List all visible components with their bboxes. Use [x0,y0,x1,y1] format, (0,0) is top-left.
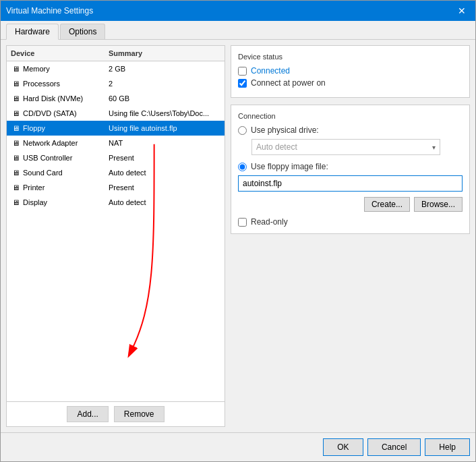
table-row[interactable]: 🖥Hard Disk (NVMe)60 GB [7,91,225,106]
title-bar-title: Virtual Machine Settings [6,6,93,16]
device-name: Processors [23,80,60,88]
summary-cell: 2 GB [105,63,225,74]
table-row[interactable]: 🖥PrinterPresent [7,180,225,195]
dropdown-arrow-icon: ▾ [432,144,436,151]
ok-button[interactable]: OK [323,438,363,456]
floppy-image-row: Use floppy image file: [238,162,463,171]
table-header: Device Summary [7,46,225,61]
device-cell: 🖥USB Controller [7,152,105,164]
read-only-checkbox[interactable] [238,218,247,227]
device-cell: 🖥Memory [7,63,105,75]
header-summary: Summary [105,48,225,59]
summary-cell: 2 [105,78,225,89]
table-bottom-buttons: Add... Remove [7,401,225,426]
device-name: Hard Disk (NVMe) [23,94,83,103]
device-name: Memory [23,65,50,73]
read-only-row: Read-only [238,217,463,227]
floppy-image-label: Use floppy image file: [251,162,328,171]
cdrom-icon: 🖥 [11,109,20,118]
device-cell: 🖥CD/DVD (SATA) [7,107,105,119]
device-cell: 🖥Hard Disk (NVMe) [7,92,105,105]
tab-hardware[interactable]: Hardware [6,24,59,40]
read-only-label: Read-only [251,217,288,227]
printer-icon: 🖥 [11,183,20,192]
device-cell: 🖥Floppy [7,122,105,134]
physical-drive-row: Use physical drive: [238,125,463,135]
device-name: Display [23,198,47,206]
summary-cell: 60 GB [105,93,225,104]
device-list-panel: Device Summary 🖥Memory2 GB🖥Processors2🖥H… [6,45,225,427]
device-name: Floppy [23,124,45,132]
device-cell: 🖥Display [7,196,105,208]
device-cell: 🖥Network Adapter [7,137,105,149]
connected-row: Connected [238,66,463,76]
floppy-image-radio[interactable] [238,163,247,171]
title-bar: Virtual Machine Settings ✕ [1,1,475,21]
device-name: Printer [23,183,44,192]
cancel-button[interactable]: Cancel [367,438,421,456]
connect-power-label: Connect at power on [251,78,326,88]
physical-drive-label: Use physical drive: [251,125,319,135]
device-name: USB Controller [23,154,72,162]
table-row[interactable]: 🖥Memory2 GB [7,61,225,76]
connection-title: Connection [238,112,463,120]
image-file-input-row [238,175,463,192]
summary-cell: Using file autoinst.flp [105,123,225,134]
image-file-buttons: Create... Browse... [238,197,463,212]
device-cell: 🖥Sound Card [7,167,105,179]
close-button[interactable]: ✕ [454,5,470,16]
device-status-section: Device status Connected Connect at power… [231,45,470,98]
connection-section: Connection Use physical drive: Auto dete… [231,105,470,234]
remove-button[interactable]: Remove [114,406,165,422]
auto-detect-dropdown[interactable]: Auto detect ▾ [251,139,440,155]
harddisk-icon: 🖥 [11,94,20,103]
summary-cell: Using file C:\Users\Toby\Doc... [105,108,225,119]
summary-cell: Auto detect [105,197,225,208]
summary-cell: NAT [105,138,225,148]
connected-checkbox[interactable] [238,67,247,76]
add-button[interactable]: Add... [67,406,108,422]
create-button[interactable]: Create... [364,197,410,212]
connect-power-row: Connect at power on [238,78,463,88]
physical-drive-radio[interactable] [238,126,247,135]
table-row[interactable]: 🖥Network AdapterNAT [7,136,225,150]
auto-detect-label: Auto detect [256,142,297,152]
floppy-image-input[interactable] [238,175,463,192]
table-row[interactable]: 🖥DisplayAuto detect [7,195,225,210]
floppy-icon: 🖥 [11,123,20,133]
table-row[interactable]: 🖥FloppyUsing file autoinst.flp [7,121,225,136]
footer: OK Cancel Help [1,432,475,461]
network-icon: 🖥 [11,138,20,148]
tab-options[interactable]: Options [60,24,105,39]
summary-cell: Auto detect [105,167,225,178]
browse-button[interactable]: Browse... [414,197,463,212]
table-row[interactable]: 🖥CD/DVD (SATA)Using file C:\Users\Toby\D… [7,106,225,121]
header-device: Device [7,48,105,59]
summary-cell: Present [105,182,225,193]
connected-label: Connected [251,66,290,76]
right-panel: Device status Connected Connect at power… [231,45,470,427]
processor-icon: 🖥 [11,79,20,88]
help-button[interactable]: Help [425,438,470,456]
device-cell: 🖥Processors [7,78,105,90]
summary-cell: Present [105,152,225,163]
table-row[interactable]: 🖥Processors2 [7,76,225,91]
device-name: Sound Card [23,169,63,177]
device-name: CD/DVD (SATA) [23,109,77,117]
device-cell: 🖥Printer [7,181,105,194]
main-content: Device Summary 🖥Memory2 GB🖥Processors2🖥H… [1,40,475,432]
display-icon: 🖥 [11,198,20,207]
sound-icon: 🖥 [11,168,20,177]
table-row[interactable]: 🖥USB ControllerPresent [7,150,225,165]
memory-icon: 🖥 [11,64,20,74]
tab-bar: Hardware Options [1,21,475,40]
device-status-title: Device status [238,53,463,61]
connect-power-checkbox[interactable] [238,79,247,88]
device-name: Network Adapter [23,139,78,147]
virtual-machine-settings-window: Virtual Machine Settings ✕ Hardware Opti… [0,0,476,462]
table-body: 🖥Memory2 GB🖥Processors2🖥Hard Disk (NVMe)… [7,61,225,401]
table-row[interactable]: 🖥Sound CardAuto detect [7,165,225,180]
auto-detect-dropdown-row: Auto detect ▾ [251,139,463,155]
usb-icon: 🖥 [11,153,20,163]
